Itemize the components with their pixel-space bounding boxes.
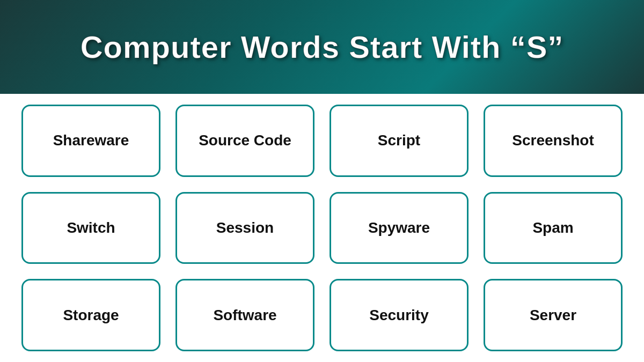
word-card-script: Script xyxy=(330,105,469,177)
word-label: Script xyxy=(378,132,420,149)
word-card-session: Session xyxy=(175,192,314,264)
word-card-source-code: Source Code xyxy=(175,105,314,177)
word-label: Switch xyxy=(67,219,115,237)
word-label: Screenshot xyxy=(512,132,594,149)
word-label: Server xyxy=(530,307,576,324)
word-label: Session xyxy=(216,219,274,237)
word-card-security: Security xyxy=(330,279,469,351)
word-label: Security xyxy=(369,307,429,324)
word-card-spyware: Spyware xyxy=(330,192,469,264)
page-header: Computer Words Start With “S” xyxy=(0,0,644,94)
word-label: Software xyxy=(213,307,276,324)
word-label: Spyware xyxy=(368,219,430,237)
word-card-spam: Spam xyxy=(484,192,623,264)
word-card-server: Server xyxy=(484,279,623,351)
word-card-software: Software xyxy=(175,279,314,351)
word-label: Shareware xyxy=(53,132,129,149)
word-label: Spam xyxy=(532,219,573,237)
word-card-screenshot: Screenshot xyxy=(484,105,623,177)
word-card-switch: Switch xyxy=(21,192,160,264)
page-title: Computer Words Start With “S” xyxy=(80,29,564,65)
main-content: SharewareSource CodeScriptScreenshotSwit… xyxy=(0,94,644,362)
word-label: Storage xyxy=(63,307,119,324)
word-card-shareware: Shareware xyxy=(21,105,160,177)
word-grid: SharewareSource CodeScriptScreenshotSwit… xyxy=(21,105,623,351)
word-label: Source Code xyxy=(199,132,291,149)
word-card-storage: Storage xyxy=(21,279,160,351)
